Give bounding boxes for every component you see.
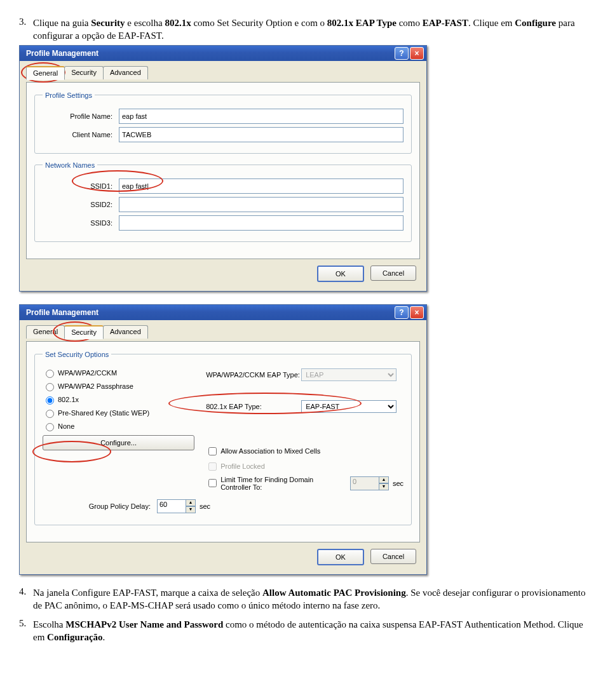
client-name-label: Client Name: <box>43 131 119 138</box>
tab-advanced[interactable]: Advanced <box>103 325 148 339</box>
titlebar[interactable]: Profile Management ? × <box>20 305 426 320</box>
ssid2-label: SSID2: <box>43 201 119 208</box>
check-allow-mixed-cells[interactable]: Allow Association to Mixed Cells <box>206 445 403 457</box>
group-legend: Network Names <box>43 161 97 169</box>
wpa-eap-type-select: LEAP <box>301 368 396 381</box>
ssid2-input[interactable] <box>119 197 403 212</box>
spinner-buttons: ▲▼ <box>379 476 389 490</box>
close-button[interactable]: × <box>410 47 424 60</box>
step-text: Na janela Configure EAP-FAST, marque a c… <box>33 586 591 612</box>
ssid3-label: SSID3: <box>43 219 119 227</box>
step-number: 4. <box>19 586 33 597</box>
cancel-button[interactable]: Cancel <box>370 549 416 564</box>
tab-security[interactable]: Security <box>64 66 104 79</box>
group-set-security-options: Set Security Options WPA/WPA2/CCKM WPA/W… <box>34 351 412 525</box>
tab-security[interactable]: Security <box>64 325 104 339</box>
step-text: Escolha MSCHAPv2 User Name and Password … <box>33 618 591 644</box>
check-limit-time[interactable]: Limit Time for Finding Domain Controller… <box>206 476 403 491</box>
ssid3-input[interactable] <box>119 215 403 231</box>
radio-8021x[interactable]: 802.1x <box>43 394 194 405</box>
help-button[interactable]: ? <box>395 47 409 60</box>
limit-time-spinner: 0 <box>350 476 379 490</box>
group-legend: Set Security Options <box>43 351 111 358</box>
instruction-step-5: 5. Escolha MSCHAPv2 User Name and Passwo… <box>19 618 591 644</box>
help-button[interactable]: ? <box>395 306 409 319</box>
step-text: Clique na guia Security e escolha 802.1x… <box>33 17 591 43</box>
group-network-names: Network Names SSID1: SSID2: SSID3: <box>34 161 412 242</box>
profile-management-window-security: Profile Management ? × General Security … <box>19 304 427 575</box>
window-title: Profile Management <box>22 49 98 58</box>
configure-button[interactable]: Configure... <box>43 435 194 450</box>
8021x-eap-type-select[interactable]: EAP-FAST <box>301 400 396 413</box>
profile-management-window-general: Profile Management ? × General Security … <box>19 45 427 292</box>
group-legend: Profile Settings <box>43 91 95 99</box>
radio-wpa-cckm[interactable]: WPA/WPA2/CCKM <box>43 368 194 378</box>
titlebar[interactable]: Profile Management ? × <box>20 46 426 61</box>
ok-button[interactable]: OK <box>317 549 364 565</box>
tab-general[interactable]: General <box>26 66 65 80</box>
radio-wpa-passphrase[interactable]: WPA/WPA2 Passphrase <box>43 381 194 391</box>
ok-button[interactable]: OK <box>317 266 364 282</box>
8021x-eap-type-label: 802.1x EAP Type: <box>206 403 301 410</box>
wpa-eap-type-label: WPA/WPA2/CCKM EAP Type: <box>206 371 301 379</box>
instruction-step-4: 4. Na janela Configure EAP-FAST, marque … <box>19 586 591 612</box>
radio-none[interactable]: None <box>43 421 194 431</box>
spinner-buttons[interactable]: ▲▼ <box>186 499 196 513</box>
ssid1-label: SSID1: <box>43 182 119 190</box>
profile-name-label: Profile Name: <box>43 112 119 120</box>
check-profile-locked: Profile Locked <box>206 461 403 473</box>
cancel-button[interactable]: Cancel <box>370 266 416 281</box>
client-name-input[interactable] <box>119 127 403 142</box>
radio-psk-wep[interactable]: Pre-Shared Key (Static WEP) <box>43 408 194 418</box>
tab-general[interactable]: General <box>26 325 65 339</box>
group-policy-delay-spinner[interactable]: 60 <box>157 499 186 513</box>
close-button[interactable]: × <box>410 306 424 319</box>
ssid1-input[interactable] <box>119 178 403 194</box>
window-title: Profile Management <box>22 308 98 317</box>
group-profile-settings: Profile Settings Profile Name: Client Na… <box>34 91 412 154</box>
tab-advanced[interactable]: Advanced <box>103 66 148 79</box>
profile-name-input[interactable] <box>119 109 403 124</box>
step-number: 5. <box>19 618 33 629</box>
group-policy-delay-label: Group Policy Delay: <box>43 502 157 510</box>
instruction-step-3: 3. Clique na guia Security e escolha 802… <box>19 17 591 43</box>
step-number: 3. <box>19 17 33 27</box>
